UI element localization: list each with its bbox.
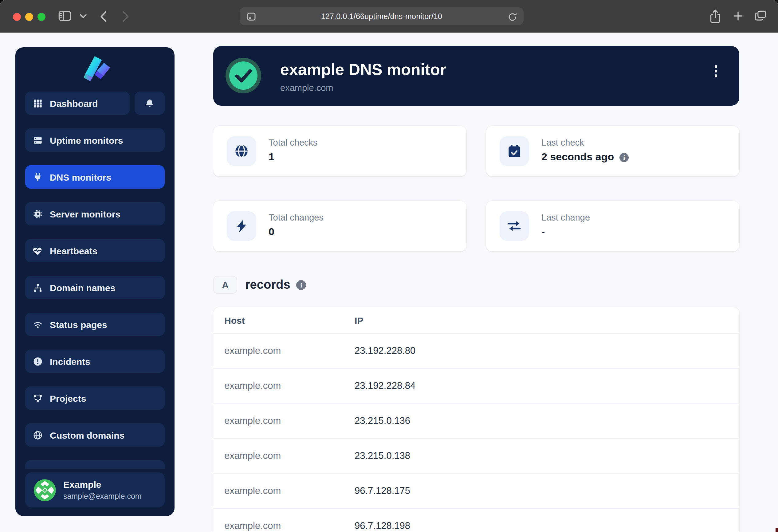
ip-cell: 23.192.228.80 — [355, 345, 415, 356]
host-cell: example.com — [213, 485, 355, 497]
share-button[interactable] — [710, 9, 721, 23]
sidebar-toggle-button[interactable] — [58, 10, 71, 21]
sidebar-item-server-monitors[interactable]: Server monitors — [25, 202, 165, 226]
sidebar-item-label: Status pages — [50, 319, 107, 330]
record-type-badge: A — [213, 276, 237, 294]
server-stack-icon — [32, 135, 43, 145]
cpu-chip-icon — [32, 208, 43, 219]
user-menu[interactable]: Example sample@example.com — [25, 472, 165, 508]
sidebar-item-dashboard[interactable]: Dashboard — [25, 92, 130, 115]
reload-button[interactable] — [508, 12, 517, 21]
macos-safari-window: 127.0.0.1/66uptime/dns-monitor/10 — [0, 0, 778, 532]
sidebar-item-projects[interactable]: Projects — [25, 386, 165, 410]
sidebar-item-label: Dashboard — [50, 98, 98, 108]
new-tab-button[interactable] — [733, 11, 743, 21]
kebab-dot — [714, 70, 717, 73]
monitor-domain: example.com — [280, 83, 333, 93]
sidebar-item-label: Projects — [50, 393, 86, 403]
sidebar-item-domain-names[interactable]: Domain names — [25, 276, 165, 299]
sidebar-item-status-pages[interactable]: Status pages — [25, 313, 165, 336]
app-logo-icon — [15, 54, 174, 83]
sidebar-item-custom-domains[interactable]: Custom domains — [25, 423, 165, 447]
url-text: 127.0.0.1/66uptime/dns-monitor/10 — [321, 12, 442, 21]
host-cell: example.com — [213, 345, 355, 356]
minimize-window-button[interactable] — [25, 13, 33, 21]
chevron-down-icon — [80, 14, 87, 18]
stat-label: Total checks — [268, 138, 318, 148]
sidebar-item-label: Uptime monitors — [50, 135, 123, 145]
app-page: Dashboard Uptime monitors DNS monitors S… — [0, 32, 778, 532]
stat-card-last-check: Last check 2 seconds agoi — [486, 126, 739, 176]
main-content: example DNS monitor example.com Total ch… — [213, 46, 739, 532]
share-icon — [710, 9, 721, 23]
calendar-check-icon — [499, 137, 529, 166]
user-avatar — [34, 479, 56, 501]
stat-card-last-change: Last change - — [486, 201, 739, 251]
notifications-button[interactable] — [135, 92, 165, 115]
forward-arrow-icon — [122, 11, 129, 22]
sidebar-item-label: Server monitors — [50, 208, 121, 219]
stats-grid: Total checks 1 Last check 2 seconds agoi… — [213, 126, 739, 251]
table-header-row: Host IP — [213, 307, 739, 334]
grid-icon — [32, 98, 43, 108]
records-heading: A records i — [213, 276, 739, 294]
back-arrow-icon — [100, 11, 107, 22]
sidebar-item-label: Incidents — [50, 356, 90, 366]
close-window-button[interactable] — [13, 13, 20, 21]
sitemap-icon — [32, 282, 43, 293]
table-body: example.com 23.192.228.80 example.com 23… — [213, 334, 739, 532]
share-nodes-icon — [32, 393, 43, 403]
table-row: example.com 23.192.228.84 — [213, 369, 739, 404]
toolbar-chevron-button[interactable] — [80, 14, 87, 18]
sidebar-item-label: DNS monitors — [50, 172, 111, 182]
stat-label: Last change — [541, 212, 590, 223]
stat-value: 2 seconds agoi — [541, 151, 629, 163]
sidebar-item-label: Domain names — [50, 282, 115, 293]
records-info-icon[interactable]: i — [297, 280, 306, 290]
sidebar-item-dns-monitors[interactable]: DNS monitors — [25, 165, 165, 189]
wifi-icon — [32, 319, 43, 330]
address-bar[interactable]: 127.0.0.1/66uptime/dns-monitor/10 — [240, 7, 524, 25]
page-settings-icon[interactable] — [247, 12, 256, 21]
records-table: Host IP example.com 23.192.228.80 exampl… — [213, 307, 739, 532]
host-cell: example.com — [213, 450, 355, 461]
monitor-options-button[interactable] — [714, 65, 717, 77]
sidebar-item-heartbeats[interactable]: Heartbeats — [25, 239, 165, 262]
monitor-header-card: example DNS monitor example.com — [213, 46, 739, 106]
ip-cell: 23.215.0.136 — [355, 415, 410, 426]
table-row: example.com 96.7.128.175 — [213, 474, 739, 509]
stat-label: Last check — [541, 138, 584, 148]
stat-value: 1 — [268, 151, 275, 163]
user-email: sample@example.com — [63, 492, 142, 501]
zoom-window-button[interactable] — [37, 13, 45, 21]
forward-button[interactable] — [122, 11, 129, 22]
ip-cell: 96.7.128.198 — [355, 520, 410, 531]
ip-cell: 23.192.228.84 — [355, 380, 415, 391]
sidebar-icon — [58, 10, 71, 21]
arrows-swap-icon — [499, 211, 529, 241]
alert-circle-icon — [32, 356, 43, 366]
kebab-dot — [714, 65, 717, 68]
bolt-icon — [227, 211, 256, 241]
records-title: records — [245, 278, 290, 292]
sidebar-item-uptime-monitors[interactable]: Uptime monitors — [25, 128, 165, 152]
tab-overview-button[interactable] — [755, 10, 766, 21]
globe-icon — [32, 430, 43, 440]
column-header-ip: IP — [355, 315, 363, 325]
plug-icon — [32, 172, 43, 182]
user-name: Example — [63, 479, 101, 490]
stat-value: 0 — [268, 226, 275, 238]
table-row: example.com 23.215.0.136 — [213, 404, 739, 439]
sidebar-item-label: Heartbeats — [50, 245, 97, 256]
ip-cell: 96.7.128.175 — [355, 485, 410, 497]
tabs-icon — [755, 10, 766, 21]
info-icon[interactable]: i — [619, 153, 629, 162]
plus-icon — [733, 11, 743, 21]
sidebar-item-incidents[interactable]: Incidents — [25, 350, 165, 373]
back-button[interactable] — [100, 11, 107, 22]
ip-cell: 23.215.0.138 — [355, 450, 410, 461]
table-row: example.com 23.192.228.80 — [213, 334, 739, 369]
sidebar-item-clipped[interactable] — [25, 460, 165, 469]
kebab-dot — [714, 74, 717, 77]
globe-solid-icon — [227, 137, 256, 166]
